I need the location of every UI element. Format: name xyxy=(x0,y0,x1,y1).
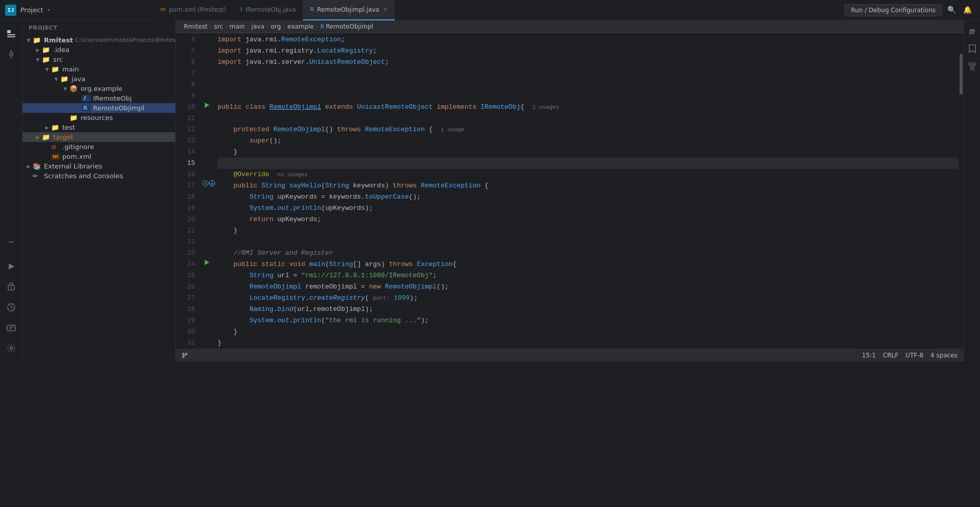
activity-more-icon[interactable]: ⋯ xyxy=(2,233,20,251)
label-main: main xyxy=(62,65,79,73)
pkg-icon-org: 📦 xyxy=(69,85,79,92)
tree-item-src[interactable]: ▼ 📁 src xyxy=(22,55,175,64)
tree-item-test[interactable]: ▶ 📁 test xyxy=(22,123,175,132)
editor-content: 4 5 6 7 8 9 10 11 12 13 14 15 16 17 18 1… xyxy=(176,33,964,349)
ln-21: 21 xyxy=(176,225,195,236)
tree-item-rmitest[interactable]: ▼ 📁 Rmitest C:\Users\admin\IdeaProjects\… xyxy=(22,35,175,45)
bc-org[interactable]: org xyxy=(271,23,281,30)
code-line-18: String upKeywords = keywords.toUpperCase… xyxy=(218,191,959,203)
arrow-rmitest: ▼ xyxy=(25,38,33,43)
folder-icon-src: 📁 xyxy=(42,56,51,63)
svg-rect-21 xyxy=(971,68,974,70)
tree-item-external-libs[interactable]: ▶ 📚 External Libraries xyxy=(22,161,175,171)
tree-item-target[interactable]: ▶ 📁 target xyxy=(22,132,175,142)
status-indent[interactable]: 4 spaces xyxy=(930,352,958,359)
tree-item-org-example[interactable]: ▼ 📦 org.example xyxy=(22,84,175,93)
run-debug-button[interactable]: Run / Debug Configurations xyxy=(844,4,942,16)
code-line-26: RemoteObjimpl remoteObjimpl = new Remote… xyxy=(218,281,959,293)
tab-pom[interactable]: m pom.xml (Rmitest) xyxy=(153,0,233,20)
editor-scrollbar[interactable] xyxy=(959,33,964,349)
status-line-ending[interactable]: CRLF xyxy=(883,352,898,359)
activity-settings-icon[interactable] xyxy=(2,339,20,357)
code-line-19: System.out.println(upKeywords); xyxy=(218,203,959,214)
ln-12: 12 xyxy=(176,124,195,135)
ln-27: 27 xyxy=(176,293,195,304)
tree-item-main[interactable]: ▼ 📁 main xyxy=(22,64,175,74)
tab-close-icon[interactable]: ✕ xyxy=(384,7,388,12)
tree-item-iremoteobj[interactable]: I IRemoteObj xyxy=(22,93,175,103)
bc-src[interactable]: src xyxy=(214,23,223,30)
arrow-target: ▶ xyxy=(34,135,42,140)
bc-java[interactable]: java xyxy=(251,23,264,30)
tree-item-gitignore[interactable]: ⊘ .gitignore xyxy=(22,142,175,152)
label-gitignore: .gitignore xyxy=(62,143,94,151)
svg-point-18 xyxy=(186,353,187,354)
svg-marker-14 xyxy=(205,103,209,108)
tree-item-remoteobjimpl[interactable]: R RemoteObjimpl xyxy=(22,103,175,113)
app-icon: IJ xyxy=(5,5,16,16)
svg-rect-20 xyxy=(973,63,976,65)
label-scratches: Scratches and Consoles xyxy=(44,172,123,180)
tree-item-resources[interactable]: 📁 resources xyxy=(22,113,175,123)
arrow-idea: ▶ xyxy=(34,47,42,53)
git-icon: ⊘ xyxy=(51,143,60,151)
bc-rmitest[interactable]: Rmitest xyxy=(184,23,207,30)
code-line-13: super(); xyxy=(218,135,959,147)
svg-point-8 xyxy=(10,287,12,289)
activity-services-icon[interactable] xyxy=(2,298,20,317)
right-icon-bookmarks[interactable] xyxy=(966,42,978,57)
activity-commit-icon[interactable] xyxy=(2,45,20,63)
search-everywhere-icon[interactable]: 🔍 xyxy=(945,4,958,16)
bc-sep4: › xyxy=(267,23,269,30)
bc-sep5: › xyxy=(283,23,285,30)
code-line-29: System.out.println("the rmi is running .… xyxy=(218,315,959,326)
tree-item-idea[interactable]: ▶ 📁 .idea xyxy=(22,45,175,55)
ln-18: 18 xyxy=(176,191,195,203)
project-title: Project xyxy=(20,6,43,14)
code-line-25: String url = "rmi://127.0.0.1:1099/IRemo… xyxy=(218,270,959,281)
code-line-30: } xyxy=(218,326,959,337)
bc-main[interactable]: main xyxy=(230,23,245,30)
tree-item-java[interactable]: ▼ 📁 java xyxy=(22,74,175,84)
code-line-16: @Override no usages xyxy=(218,169,959,180)
status-position[interactable]: 15:1 xyxy=(862,352,876,359)
tree-item-scratches[interactable]: ✏ Scratches and Consoles xyxy=(22,171,175,181)
label-idea: .idea xyxy=(53,46,69,54)
right-icon-1[interactable]: m xyxy=(967,25,977,39)
ln-9: 9 xyxy=(176,90,195,102)
activity-run-icon[interactable] xyxy=(2,257,20,276)
code-line-17: public String sayHello(String keywords) … xyxy=(218,180,959,191)
right-icon-structure[interactable] xyxy=(966,60,978,75)
tabs-area: m pom.xml (Rmitest) I IRemoteObj.java R … xyxy=(153,0,838,20)
bc-sep1: › xyxy=(209,23,212,30)
project-chevron-icon: ▾ xyxy=(47,7,51,13)
svg-point-13 xyxy=(10,347,12,350)
tab-remote[interactable]: R RemoteObjimpl.java ✕ xyxy=(303,0,395,20)
ln-11: 11 xyxy=(176,113,195,124)
ln-10: 10 xyxy=(176,102,195,113)
status-encoding[interactable]: UTF-8 xyxy=(905,352,923,359)
ln-26: 26 xyxy=(176,281,195,293)
git-branch[interactable] xyxy=(182,352,188,358)
bc-example[interactable]: example xyxy=(288,23,314,30)
run-gutter-24[interactable] xyxy=(203,259,210,268)
code-line-9 xyxy=(218,90,959,102)
tab-iremote[interactable]: I IRemoteObj.java xyxy=(233,0,303,20)
bc-remoteobjimpl[interactable]: RemoteObjimpl xyxy=(326,23,373,30)
override-icon[interactable] xyxy=(202,180,208,186)
folder-icon-resources: 📁 xyxy=(69,114,79,122)
activity-problems-icon[interactable] xyxy=(2,319,20,337)
activity-debug-icon[interactable] xyxy=(2,278,20,296)
notifications-icon[interactable]: 🔔 xyxy=(961,4,974,16)
implement-icon[interactable]: @ xyxy=(209,180,215,186)
tree-item-pomxml[interactable]: m pom.xml xyxy=(22,152,175,161)
label-org: org.example xyxy=(81,85,122,92)
activity-bar: ⋯ xyxy=(0,20,22,361)
ln-15: 15 xyxy=(176,158,195,169)
run-gutter-10[interactable] xyxy=(203,102,210,111)
label-pomxml: pom.xml xyxy=(62,153,91,160)
code-line-21: } xyxy=(218,225,959,236)
activity-project-icon[interactable] xyxy=(2,25,20,43)
code-editor[interactable]: import java.rmi.RemoteException; import … xyxy=(213,33,959,349)
label-rmitest: Rmitest xyxy=(44,36,73,44)
